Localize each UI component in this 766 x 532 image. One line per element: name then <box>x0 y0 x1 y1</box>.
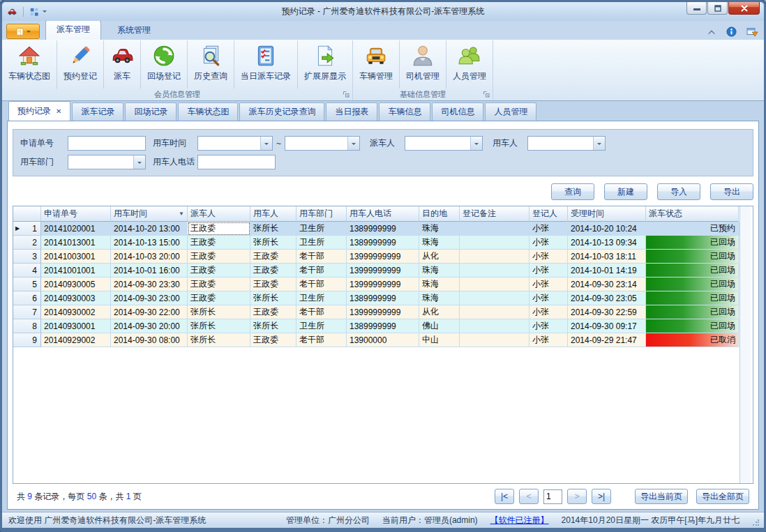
table-cell[interactable]: 老干部 <box>296 305 347 319</box>
table-cell[interactable]: 小张 <box>530 264 568 278</box>
action-button[interactable]: 新建 <box>604 183 647 200</box>
dispatch-status-cell[interactable]: 已回场 <box>646 236 739 250</box>
last-page-button[interactable]: >| <box>592 489 611 504</box>
table-cell[interactable]: 2014-10-01 14:19 <box>568 264 646 278</box>
action-button[interactable]: 查询 <box>551 183 594 200</box>
table-cell[interactable]: 小张 <box>530 250 568 264</box>
table-cell[interactable]: 王政委 <box>188 236 250 250</box>
table-cell[interactable]: 2014-09-29 21:47 <box>568 333 646 347</box>
table-cell[interactable]: 从化 <box>419 305 460 319</box>
table-cell[interactable]: 20140930002 <box>41 305 111 319</box>
table-cell[interactable]: 王政委 <box>250 264 296 278</box>
table-row[interactable]: 5201409300052014-09-30 23:30王政委王政委老干部139… <box>13 278 739 291</box>
table-cell[interactable]: 2014-09-30 23:30 <box>111 278 188 291</box>
table-cell[interactable]: 20141003001 <box>41 250 111 264</box>
table-cell[interactable]: 13999999999 <box>347 278 419 291</box>
table-cell[interactable]: 2014-10-20 13:00 <box>111 222 188 236</box>
table-cell[interactable]: 2014-09-30 20:00 <box>111 319 188 333</box>
table-cell[interactable]: 王政委 <box>250 250 296 264</box>
table-cell[interactable]: 20140930003 <box>41 291 111 305</box>
table-cell[interactable] <box>460 236 530 250</box>
table-cell[interactable]: 张所长 <box>188 305 250 319</box>
ribbon-button[interactable]: 车辆状态图 <box>2 40 57 89</box>
window-layout-icon[interactable] <box>29 7 39 17</box>
column-header[interactable]: 用车人 <box>250 206 296 222</box>
table-cell[interactable]: 卫生所 <box>296 291 347 305</box>
table-cell[interactable]: 1389999999 <box>347 236 419 250</box>
table-cell[interactable]: 从化 <box>419 250 460 264</box>
table-cell[interactable]: 13999999999 <box>347 305 419 319</box>
ribbon-button[interactable]: 预约登记 <box>57 40 103 89</box>
close-tab-icon[interactable]: ✕ <box>56 107 61 115</box>
table-row[interactable]: 4201410010012014-10-01 16:00王政委王政委老干部139… <box>13 264 739 278</box>
table-cell[interactable] <box>460 305 530 319</box>
column-header[interactable]: 派车状态 <box>646 206 739 222</box>
column-header[interactable]: 申请单号 <box>41 206 111 222</box>
table-cell[interactable]: 20140930001 <box>41 319 111 333</box>
table-cell[interactable]: 珠海 <box>419 278 460 291</box>
table-cell[interactable]: 老干部 <box>296 333 347 347</box>
table-cell[interactable]: 13999999999 <box>347 264 419 278</box>
phone-input[interactable] <box>197 155 276 169</box>
doc-tab[interactable]: 回场记录 <box>125 102 177 121</box>
table-cell[interactable]: 珠海 <box>419 222 460 236</box>
doc-tab[interactable]: 当日报表 <box>326 102 377 121</box>
table-cell[interactable]: 王政委 <box>188 264 250 278</box>
table-cell[interactable]: 2014-10-01 16:00 <box>111 264 188 278</box>
table-cell[interactable]: 2014-09-30 23:00 <box>111 291 188 305</box>
table-cell[interactable]: 王政委 <box>188 250 250 264</box>
table-row[interactable]: 8201409300012014-09-30 20:00张所长张所长卫生所138… <box>13 319 739 333</box>
doc-tab[interactable]: 预约记录✕ <box>8 101 70 121</box>
row-header-cell[interactable]: 6 <box>13 291 41 305</box>
ribbon-button[interactable]: 司机管理 <box>399 40 446 89</box>
row-header-cell[interactable]: 8 <box>13 319 41 333</box>
table-cell[interactable] <box>460 291 530 305</box>
table-cell[interactable]: 张所长 <box>250 222 296 236</box>
table-cell[interactable]: 王政委 <box>188 278 250 291</box>
table-cell[interactable] <box>460 319 530 333</box>
table-cell[interactable]: 小张 <box>530 236 568 250</box>
table-cell[interactable]: 小张 <box>530 319 568 333</box>
table-cell[interactable] <box>460 278 530 291</box>
ribbon-tab[interactable]: 系统管理 <box>107 22 161 40</box>
row-header-cell[interactable]: 9 <box>13 333 41 347</box>
table-cell[interactable]: 2014-09-30 23:05 <box>568 291 646 305</box>
table-cell[interactable]: 小张 <box>530 305 568 319</box>
table-cell[interactable]: 13999999999 <box>347 250 419 264</box>
dispatch-status-cell[interactable]: 已回场 <box>646 305 739 319</box>
table-cell[interactable]: 中山 <box>419 333 460 347</box>
chevron-down-icon[interactable] <box>133 155 145 169</box>
table-cell[interactable]: 1389999999 <box>347 222 419 236</box>
doc-tab[interactable]: 车辆状态图 <box>178 102 238 121</box>
info-icon[interactable] <box>726 26 737 37</box>
vertical-scrollbar[interactable] <box>739 206 751 483</box>
use-time-to-select[interactable] <box>285 136 360 151</box>
dispatcher-select[interactable] <box>405 136 483 151</box>
prev-page-button[interactable]: < <box>519 489 539 504</box>
doc-tab[interactable]: 派车历史记录查询 <box>239 102 324 121</box>
resize-grip[interactable] <box>752 519 760 526</box>
action-button[interactable]: 导入 <box>657 183 700 200</box>
table-cell[interactable] <box>460 333 530 347</box>
table-cell[interactable]: 小张 <box>530 222 568 236</box>
ribbon-tab[interactable]: 派车管理 <box>45 20 101 40</box>
ribbon-button[interactable]: 回场登记 <box>140 40 187 89</box>
maximize-button[interactable] <box>707 2 728 15</box>
table-cell[interactable]: 王政委 <box>250 278 296 291</box>
table-cell[interactable]: 张所长 <box>188 333 250 347</box>
first-page-button[interactable]: |< <box>495 489 514 504</box>
chevron-down-icon[interactable] <box>260 137 272 150</box>
dispatch-status-cell[interactable]: 已回场 <box>646 278 739 291</box>
table-cell[interactable]: 佛山 <box>419 319 460 333</box>
column-header[interactable]: 用车时间▼ <box>111 206 188 222</box>
dispatch-status-cell[interactable]: 已回场 <box>646 264 739 278</box>
minimize-button[interactable] <box>686 2 707 15</box>
table-cell[interactable]: 张所长 <box>250 319 296 333</box>
dispatch-status-cell[interactable]: 已回场 <box>646 319 739 333</box>
app-menu-button[interactable] <box>6 24 40 39</box>
table-cell[interactable]: 20140929002 <box>41 333 111 347</box>
ribbon-button[interactable]: 历史查询 <box>187 40 234 89</box>
table-cell[interactable]: 珠海 <box>419 291 460 305</box>
table-cell[interactable] <box>460 250 530 264</box>
table-cell[interactable]: 老干部 <box>296 278 347 291</box>
